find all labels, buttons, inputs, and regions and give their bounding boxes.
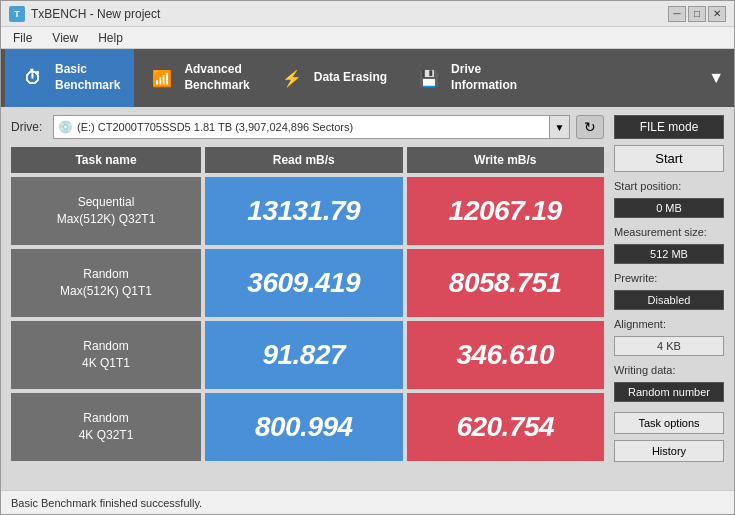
right-panel: FILE mode Start Start position: 0 MB Mea… [614, 115, 724, 482]
toolbar-basic-benchmark[interactable]: ⏱ BasicBenchmark [5, 49, 134, 107]
title-bar-left: T TxBENCH - New project [9, 6, 160, 22]
basic-benchmark-label: BasicBenchmark [55, 62, 120, 93]
left-panel: Drive: 💿 (E:) CT2000T705SSD5 1.81 TB (3,… [11, 115, 604, 482]
title-bar-controls: ─ □ ✕ [668, 6, 726, 22]
drive-icon: 💿 [58, 120, 73, 134]
table-row: Random4K Q1T1 91.827 346.610 [11, 321, 604, 389]
write-value-2: 346.610 [407, 321, 605, 389]
alignment-label: Alignment: [614, 318, 724, 330]
write-value-1: 8058.751 [407, 249, 605, 317]
drive-label: Drive: [11, 120, 47, 134]
table-row: Random4K Q32T1 800.994 620.754 [11, 393, 604, 461]
close-button[interactable]: ✕ [708, 6, 726, 22]
menu-bar: File View Help [1, 27, 734, 49]
table-row: RandomMax(512K) Q1T1 3609.419 8058.751 [11, 249, 604, 317]
main-content: Drive: 💿 (E:) CT2000T705SSD5 1.81 TB (3,… [1, 107, 734, 490]
title-bar: T TxBENCH - New project ─ □ ✕ [1, 1, 734, 27]
writing-data-value: Random number [614, 382, 724, 402]
app-window: T TxBENCH - New project ─ □ ✕ File View … [0, 0, 735, 515]
drive-information-icon: 💾 [415, 64, 443, 92]
table-row: SequentialMax(512K) Q32T1 13131.79 12067… [11, 177, 604, 245]
prewrite-value: Disabled [614, 290, 724, 310]
task-label-2: Random4K Q1T1 [11, 321, 201, 389]
advanced-benchmark-label: AdvancedBenchmark [184, 62, 249, 93]
basic-benchmark-icon: ⏱ [19, 64, 47, 92]
toolbar-dropdown-button[interactable]: ▼ [702, 49, 730, 107]
minimize-button[interactable]: ─ [668, 6, 686, 22]
menu-view[interactable]: View [48, 29, 82, 47]
data-erasing-icon: ⚡ [278, 64, 306, 92]
toolbar-drive-information[interactable]: 💾 DriveInformation [401, 49, 531, 107]
alignment-value: 4 KB [614, 336, 724, 356]
task-label-1: RandomMax(512K) Q1T1 [11, 249, 201, 317]
toolbar: ⏱ BasicBenchmark 📶 AdvancedBenchmark ⚡ D… [1, 49, 734, 107]
advanced-benchmark-icon: 📶 [148, 64, 176, 92]
drive-information-label: DriveInformation [451, 62, 517, 93]
status-text: Basic Benchmark finished successfully. [11, 497, 202, 509]
window-title: TxBENCH - New project [31, 7, 160, 21]
drive-select[interactable]: 💿 (E:) CT2000T705SSD5 1.81 TB (3,907,024… [53, 115, 550, 139]
menu-help[interactable]: Help [94, 29, 127, 47]
status-bar: Basic Benchmark finished successfully. [1, 490, 734, 514]
drive-dropdown-arrow[interactable]: ▼ [550, 115, 570, 139]
menu-file[interactable]: File [9, 29, 36, 47]
read-value-3: 800.994 [205, 393, 403, 461]
refresh-icon: ↻ [584, 119, 596, 135]
file-mode-button[interactable]: FILE mode [614, 115, 724, 139]
col-header-task: Task name [11, 147, 201, 173]
read-value-1: 3609.419 [205, 249, 403, 317]
toolbar-data-erasing[interactable]: ⚡ Data Erasing [264, 49, 401, 107]
measurement-size-label: Measurement size: [614, 226, 724, 238]
toolbar-advanced-benchmark[interactable]: 📶 AdvancedBenchmark [134, 49, 263, 107]
task-options-button[interactable]: Task options [614, 412, 724, 434]
start-button[interactable]: Start [614, 145, 724, 172]
drive-select-container: 💿 (E:) CT2000T705SSD5 1.81 TB (3,907,024… [53, 115, 570, 139]
drive-row: Drive: 💿 (E:) CT2000T705SSD5 1.81 TB (3,… [11, 115, 604, 139]
task-label-0: SequentialMax(512K) Q32T1 [11, 177, 201, 245]
drive-refresh-button[interactable]: ↻ [576, 115, 604, 139]
task-label-3: Random4K Q32T1 [11, 393, 201, 461]
drive-value: (E:) CT2000T705SSD5 1.81 TB (3,907,024,8… [77, 121, 353, 133]
benchmark-table: SequentialMax(512K) Q32T1 13131.79 12067… [11, 177, 604, 461]
writing-data-label: Writing data: [614, 364, 724, 376]
start-position-label: Start position: [614, 180, 724, 192]
start-position-value: 0 MB [614, 198, 724, 218]
data-erasing-label: Data Erasing [314, 70, 387, 86]
history-button[interactable]: History [614, 440, 724, 462]
table-header: Task name Read mB/s Write mB/s [11, 147, 604, 173]
maximize-button[interactable]: □ [688, 6, 706, 22]
col-header-write: Write mB/s [407, 147, 605, 173]
app-icon: T [9, 6, 25, 22]
write-value-0: 12067.19 [407, 177, 605, 245]
read-value-0: 13131.79 [205, 177, 403, 245]
prewrite-label: Prewrite: [614, 272, 724, 284]
dropdown-arrow-icon: ▼ [708, 69, 724, 87]
measurement-size-value: 512 MB [614, 244, 724, 264]
write-value-3: 620.754 [407, 393, 605, 461]
col-header-read: Read mB/s [205, 147, 403, 173]
read-value-2: 91.827 [205, 321, 403, 389]
